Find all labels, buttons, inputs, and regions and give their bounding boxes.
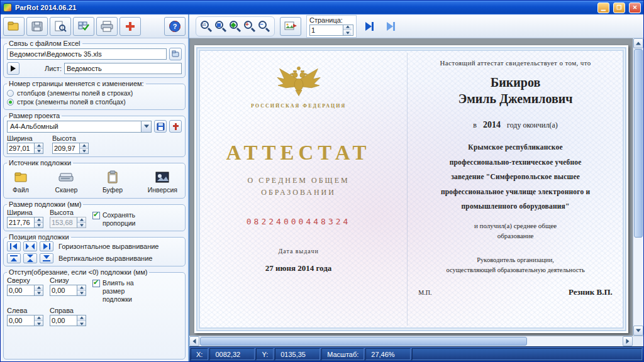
- check-icon: [92, 212, 100, 219]
- spin-up-icon[interactable]: [343, 25, 352, 31]
- spin-down-icon[interactable]: [77, 291, 86, 296]
- refresh-underlay-button[interactable]: [280, 17, 301, 36]
- spin-down-icon[interactable]: [35, 149, 43, 154]
- vertical-scrollbar[interactable]: [633, 38, 643, 336]
- margin-bottom-spinner[interactable]: [50, 285, 86, 296]
- project-height-input[interactable]: [53, 143, 79, 153]
- scroll-right-icon[interactable]: [623, 336, 633, 346]
- spin-down-icon[interactable]: [77, 321, 86, 326]
- margin-right-label: Справа: [50, 307, 86, 314]
- radio-columns[interactable]: столбцов (элементы полей в строках): [7, 89, 182, 97]
- spin-up-icon[interactable]: [35, 217, 43, 223]
- align-right-button[interactable]: [40, 241, 53, 251]
- radio-icon: [7, 90, 14, 97]
- margin-left-label: Слева: [7, 307, 43, 314]
- add-preset-button[interactable]: [169, 120, 182, 133]
- margin-top-spinner[interactable]: [7, 285, 43, 296]
- horizontal-scrollbar[interactable]: [189, 336, 643, 346]
- zoom-100-button[interactable]: 1:1: [201, 21, 212, 32]
- save-project-button[interactable]: [26, 17, 48, 36]
- page-input[interactable]: [310, 25, 343, 35]
- underlay-height-label: Высота: [50, 209, 86, 216]
- underlay-size-title: Размер подложки (мм): [7, 200, 83, 208]
- close-button[interactable]: ✕: [629, 3, 641, 13]
- margin-right-input[interactable]: [50, 315, 77, 326]
- keep-proportions-checkbox[interactable]: Сохранять пропорции: [92, 211, 143, 228]
- certificate-page[interactable]: РОССИЙСКАЯ ФЕДЕРАЦИЯ АТТЕСТАТ О СРЕДНЕМ …: [194, 45, 628, 333]
- title-bar: ParRot 2014.06.21 ▁ ❐ ✕: [1, 1, 643, 14]
- align-bottom-button[interactable]: [40, 253, 53, 263]
- last-record-button[interactable]: [383, 18, 399, 35]
- scroll-down-icon[interactable]: [633, 326, 643, 336]
- page-spinner[interactable]: [309, 25, 353, 36]
- browse-excel-button[interactable]: [169, 48, 182, 60]
- minimize-button[interactable]: ▁: [597, 3, 609, 13]
- margin-right-spinner[interactable]: [50, 315, 86, 326]
- affect-size-checkbox[interactable]: Влиять на размер подложки: [92, 279, 147, 304]
- federation-text: РОССИЙСКАЯ ФЕДЕРАЦИЯ: [251, 103, 346, 109]
- source-buffer-button[interactable]: Буфер: [99, 167, 126, 195]
- margin-left-spinner[interactable]: [7, 315, 43, 326]
- project-preset-combo[interactable]: A4-Альбомный: [7, 121, 152, 133]
- add-button[interactable]: [119, 17, 141, 36]
- source-inversion-button[interactable]: Инверсия: [145, 167, 180, 195]
- person-name: Эмиль Джемилович: [458, 92, 573, 106]
- spin-down-icon[interactable]: [80, 149, 88, 154]
- radio-rows[interactable]: строк (элементы полей в столбцах): [7, 98, 182, 106]
- align-top-button[interactable]: [7, 253, 21, 263]
- scroll-up-icon[interactable]: [633, 38, 643, 48]
- save-preset-button[interactable]: [154, 120, 167, 133]
- sheet-input[interactable]: [64, 63, 182, 74]
- project-height-spinner[interactable]: [52, 143, 89, 154]
- spin-down-icon[interactable]: [343, 30, 352, 35]
- certificate-right-page: Настоящий аттестат свидетельствует о том…: [402, 45, 628, 333]
- help-button[interactable]: ?: [164, 17, 186, 36]
- chevron-down-icon[interactable]: [141, 121, 151, 132]
- margin-left-input[interactable]: [8, 315, 34, 326]
- horizontal-scroll-thumb[interactable]: [200, 337, 527, 346]
- next-record-button[interactable]: [362, 18, 378, 35]
- print-button[interactable]: [96, 17, 118, 36]
- app-icon: [3, 3, 12, 12]
- issue-date-value: 27 июня 2014 года: [265, 263, 331, 273]
- zoom-fit-page-button[interactable]: [215, 21, 226, 32]
- spin-up-icon[interactable]: [35, 143, 43, 149]
- underlay-width-spinner[interactable]: [7, 217, 43, 228]
- margin-top-input[interactable]: [8, 285, 34, 295]
- zoom-out-button[interactable]: −: [258, 21, 270, 32]
- align-left-button[interactable]: [7, 241, 21, 251]
- scanner-icon: [57, 169, 75, 185]
- vertical-scroll-thumb[interactable]: [634, 49, 643, 238]
- align-center-h-button[interactable]: [23, 241, 37, 251]
- clipboard-icon: [103, 169, 122, 185]
- spin-down-icon[interactable]: [35, 223, 43, 228]
- preview-button[interactable]: [50, 17, 71, 36]
- underlay-width-input[interactable]: [8, 217, 34, 228]
- zoom-fit-width-button[interactable]: [230, 21, 241, 32]
- project-width-spinner[interactable]: [7, 143, 43, 154]
- spin-up-icon[interactable]: [77, 315, 86, 321]
- align-middle-v-button[interactable]: [23, 253, 37, 263]
- project-width-input[interactable]: [8, 143, 34, 153]
- source-scanner-button[interactable]: Сканер: [52, 167, 81, 195]
- document-canvas[interactable]: РОССИЙСКАЯ ФЕДЕРАЦИЯ АТТЕСТАТ О СРЕДНЕМ …: [189, 38, 643, 336]
- spin-down-icon[interactable]: [35, 291, 43, 296]
- page-number-box: Страница:: [306, 15, 357, 38]
- plus-icon: [172, 123, 179, 131]
- project-size-group: Размер проекта A4-Альбомный: [3, 112, 186, 157]
- open-project-button[interactable]: [3, 17, 25, 36]
- scroll-left-icon[interactable]: [189, 336, 199, 346]
- source-file-button[interactable]: Файл: [8, 167, 33, 195]
- zoom-in-button[interactable]: +: [244, 21, 255, 32]
- spin-up-icon[interactable]: [80, 143, 88, 149]
- excel-file-input[interactable]: [7, 48, 167, 60]
- underlay-height-input: [50, 217, 77, 228]
- spin-up-icon[interactable]: [35, 285, 43, 291]
- spin-down-icon[interactable]: [35, 321, 43, 326]
- fields-check-button[interactable]: [73, 17, 94, 36]
- maximize-button[interactable]: ❐: [613, 3, 625, 13]
- spin-up-icon[interactable]: [77, 285, 86, 291]
- run-link-button[interactable]: [7, 62, 19, 75]
- spin-up-icon[interactable]: [35, 315, 43, 321]
- margin-bottom-input[interactable]: [50, 285, 77, 295]
